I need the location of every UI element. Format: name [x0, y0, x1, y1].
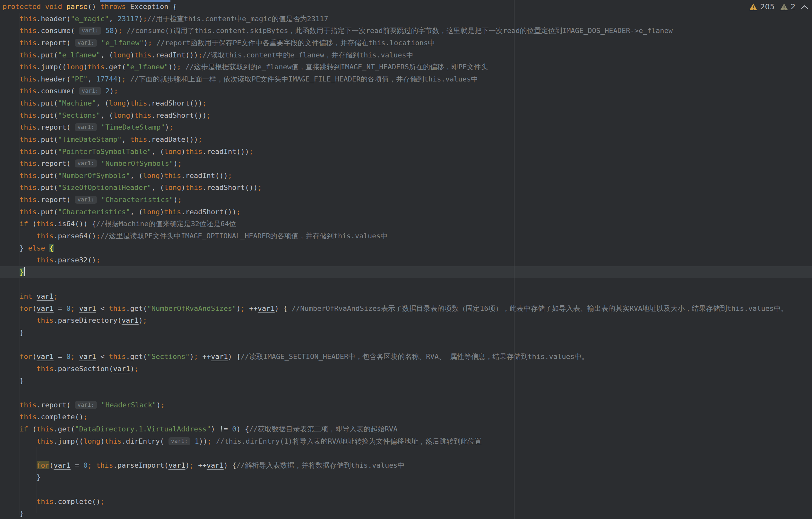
code-token: var1	[37, 353, 54, 361]
code-token: //这里是读取PE文件头中IMAGE_OPTIONAL_HEADER的各项值，并…	[100, 232, 388, 240]
code-token: ;	[96, 256, 100, 264]
code-token: ++	[198, 353, 211, 361]
code-line-caret[interactable]: }	[0, 266, 812, 278]
weak-warning-triangle-icon	[780, 3, 788, 10]
code-token: var1	[79, 353, 96, 361]
code-line[interactable]: this.report( var1: "TimeDateStamp");	[0, 121, 812, 133]
code-token: )	[236, 304, 241, 312]
code-line[interactable]: if (this.is64()) {//根据Machine的值来确定是32位还是…	[0, 218, 812, 230]
chevron-up-icon[interactable]	[801, 5, 808, 9]
code-token: )	[130, 51, 134, 59]
code-token: "e_lfanew"	[101, 39, 143, 47]
code-token: //读取this.content中的e_flanew，并存储到this.valu…	[203, 51, 413, 59]
code-token: ;	[83, 413, 88, 421]
code-line[interactable]: this.complete();	[0, 496, 812, 508]
code-token: "e_magic"	[70, 15, 109, 23]
inspections-widget[interactable]: 205 2	[749, 3, 808, 11]
code-line[interactable]	[0, 278, 812, 290]
code-token: ;	[241, 304, 245, 312]
code-token: ) {	[228, 353, 241, 361]
code-line[interactable]: } else {	[0, 242, 812, 254]
code-editor[interactable]: protected void parse() throws Exception …	[0, 0, 812, 519]
code-token: , (	[151, 183, 164, 191]
code-line[interactable]	[0, 483, 812, 496]
code-token	[97, 159, 101, 167]
code-token	[3, 437, 37, 445]
code-token: this	[20, 159, 37, 167]
code-line[interactable]: }	[0, 508, 812, 519]
code-token: //NumberOfRvaAndSizes表示了数据目录表的项数（固定16项），…	[292, 304, 788, 312]
code-token: if	[20, 220, 28, 228]
code-token: .put(	[37, 51, 58, 59]
code-line[interactable]: this.put("NumberOfSymbols", (long)this.r…	[0, 170, 812, 182]
code-token: this	[135, 51, 151, 59]
weak-warning-count[interactable]: 2	[791, 3, 795, 11]
code-line[interactable]: if (this.get("DataDirectory.1.VirtualAdd…	[0, 423, 812, 435]
code-line[interactable]: }	[0, 471, 812, 483]
code-line[interactable]: this.consume( var1: 2);	[0, 85, 812, 97]
code-token: ;	[88, 461, 92, 469]
code-token: .put(	[37, 135, 58, 143]
code-line[interactable]: this.header("PE", 17744); //下面的就步骤和上面一样，…	[0, 73, 812, 85]
code-token: )	[117, 75, 122, 83]
code-line[interactable]: this.put("SizeOfOptionalHeader", (long)t…	[0, 182, 812, 194]
code-line[interactable]: this.report( var1: "Characteristics");	[0, 194, 812, 206]
code-token	[3, 87, 20, 95]
code-token: .parseDirectory(	[54, 316, 122, 324]
code-token	[3, 196, 20, 204]
code-token: .put(	[37, 208, 58, 216]
code-token: ) {	[236, 425, 250, 433]
code-line[interactable]: this.consume( var1: 58); //consume()调用了t…	[0, 25, 812, 37]
code-token: .put(	[37, 172, 58, 180]
code-line[interactable]: this.complete();	[0, 411, 812, 423]
code-line[interactable]: this.put("TimeDateStamp", this.readDate(…	[0, 133, 812, 146]
code-line[interactable]: for(var1 = 0; this.parseImport(var1); ++…	[0, 459, 812, 471]
code-token	[212, 437, 216, 445]
code-line[interactable]: this.jump((long)this.dirEntry( var1: 1))…	[0, 435, 812, 448]
code-line[interactable]	[0, 387, 812, 399]
code-token: ;	[114, 87, 118, 95]
code-line[interactable]: protected void parse() throws Exception …	[0, 1, 812, 13]
code-line[interactable]: this.put("e_lfanew", (long)this.readInt(…	[0, 49, 812, 61]
code-token: this	[20, 123, 37, 131]
code-token: }	[3, 473, 41, 481]
code-line[interactable]	[0, 339, 812, 351]
code-line[interactable]: this.parse32();	[0, 254, 812, 266]
code-line[interactable]: for(var1 = 0; var1 < this.get("NumberOfR…	[0, 303, 812, 315]
code-token: ()	[88, 3, 100, 10]
code-line[interactable]: this.parse64();//这里是读取PE文件头中IMAGE_OPTION…	[0, 230, 812, 242]
code-line[interactable]: this.report( var1: "e_lfanew"); //report…	[0, 37, 812, 49]
code-token	[3, 148, 20, 156]
code-token: .report(	[37, 401, 75, 409]
code-line[interactable]: this.put("Sections", (long)this.readShor…	[0, 110, 812, 122]
code-line[interactable]: this.report( var1: "NumberOfSymbols");	[0, 157, 812, 170]
code-token: //获取数据目录表第二项，即导入表的起始RVA	[249, 425, 397, 433]
code-token: this	[20, 413, 37, 421]
code-line[interactable]	[0, 447, 812, 459]
code-line[interactable]: this.put("Machine", (long)this.readShort…	[0, 97, 812, 110]
code-line[interactable]: this.parseSection(var1);	[0, 363, 812, 375]
code-line[interactable]: this.report( var1: "HeaderSlack");	[0, 399, 812, 411]
code-token: this	[20, 75, 37, 83]
code-token: this	[96, 461, 113, 469]
code-line[interactable]: for(var1 = 0; var1 < this.get("Sections"…	[0, 350, 812, 363]
code-line[interactable]: this.header("e_magic", 23117);//用于检查this…	[0, 13, 812, 25]
code-line[interactable]: }	[0, 375, 812, 387]
code-token: .jump((	[37, 63, 66, 71]
code-token: .is64()) {	[54, 220, 96, 228]
code-line[interactable]: this.jump((long)this.get("e_lfanew")); /…	[0, 61, 812, 73]
code-token: this	[20, 183, 37, 191]
code-token	[3, 208, 20, 216]
code-token: .readInt())	[151, 51, 198, 59]
code-line[interactable]: this.put("Characteristics", (long)this.r…	[0, 206, 812, 218]
code-line[interactable]: this.parseDirectory(var1);	[0, 314, 812, 327]
warning-count[interactable]: 205	[760, 3, 775, 11]
code-token: ;	[198, 135, 202, 143]
code-token	[3, 123, 20, 131]
code-token: )	[100, 437, 105, 445]
code-token: .report(	[37, 159, 75, 167]
code-line[interactable]: int var1;	[0, 290, 812, 303]
code-line[interactable]: }	[0, 327, 812, 339]
code-line[interactable]: this.put("PointerToSymbolTable", (long)t…	[0, 146, 812, 158]
code-token: for	[20, 304, 32, 312]
